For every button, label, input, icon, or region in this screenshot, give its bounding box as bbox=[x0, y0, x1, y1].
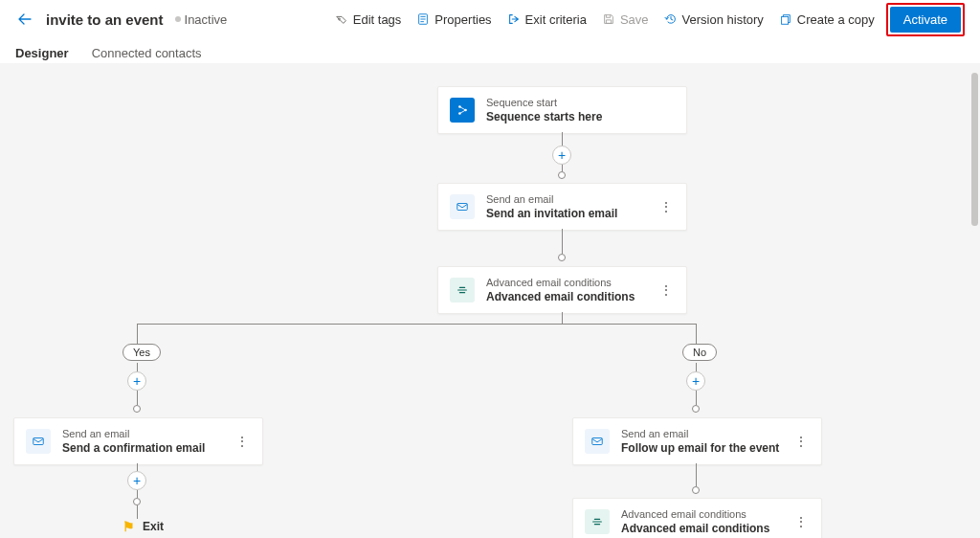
svg-rect-10 bbox=[592, 438, 603, 445]
connector-dot bbox=[558, 254, 566, 261]
node-more-button[interactable]: ⋮ bbox=[657, 282, 675, 298]
add-step-button[interactable]: + bbox=[686, 371, 705, 391]
save-label: Save bbox=[620, 12, 649, 27]
edit-tags-button[interactable]: Edit tags bbox=[327, 8, 410, 32]
status-indicator-icon bbox=[175, 16, 181, 22]
exit-label: Exit bbox=[143, 520, 164, 533]
add-step-button[interactable]: + bbox=[127, 471, 146, 490]
add-step-button[interactable]: + bbox=[127, 371, 146, 391]
node-type-label: Send an email bbox=[62, 428, 234, 439]
save-button: Save bbox=[594, 8, 657, 32]
node-type-label: Advanced email conditions bbox=[486, 277, 657, 288]
node-more-button[interactable]: ⋮ bbox=[234, 434, 251, 449]
node-more-button[interactable]: ⋮ bbox=[657, 199, 675, 214]
node-more-button[interactable]: ⋮ bbox=[792, 514, 810, 529]
node-title-label: Advanced email conditions bbox=[486, 290, 657, 303]
arrow-left-icon bbox=[17, 11, 33, 27]
edit-tags-label: Edit tags bbox=[353, 12, 402, 27]
node-title-label: Sequence starts here bbox=[486, 110, 675, 123]
node-sequence-start[interactable]: Sequence start Sequence starts here bbox=[437, 86, 687, 134]
node-type-label: Sequence start bbox=[486, 97, 675, 108]
branch-no: No bbox=[682, 344, 717, 361]
node-title-label: Send a confirmation email bbox=[62, 441, 234, 455]
save-icon bbox=[602, 12, 615, 26]
exit-criteria-label: Exit criteria bbox=[525, 12, 587, 27]
node-followup-email[interactable]: Send an email Follow up email for the ev… bbox=[572, 417, 822, 465]
svg-rect-8 bbox=[457, 204, 468, 211]
version-history-button[interactable]: Version history bbox=[657, 8, 771, 32]
connector-dot bbox=[133, 405, 141, 413]
create-copy-label: Create a copy bbox=[797, 12, 875, 27]
email-icon bbox=[585, 429, 610, 454]
properties-button[interactable]: Properties bbox=[409, 8, 499, 32]
history-icon bbox=[664, 12, 678, 26]
copy-icon bbox=[779, 12, 792, 26]
connector-dot bbox=[692, 486, 700, 494]
properties-icon bbox=[416, 12, 430, 26]
node-more-button[interactable]: ⋮ bbox=[792, 434, 810, 449]
exit-icon bbox=[507, 12, 521, 26]
tag-icon bbox=[335, 12, 348, 26]
flag-icon: ⚑ bbox=[122, 519, 135, 534]
branch-yes: Yes bbox=[122, 344, 161, 361]
activate-button[interactable]: Activate bbox=[890, 7, 961, 33]
conditions-icon bbox=[450, 278, 475, 303]
scrollbar-thumb[interactable] bbox=[971, 73, 978, 226]
exit-criteria-button[interactable]: Exit criteria bbox=[500, 8, 594, 32]
conditions-icon bbox=[585, 509, 610, 534]
header-bar: invite to an event Inactive Edit tags Pr… bbox=[0, 0, 980, 38]
node-title-label: Follow up email for the event bbox=[621, 441, 792, 455]
node-send-confirmation[interactable]: Send an email Send a confirmation email … bbox=[13, 417, 263, 465]
create-copy-button[interactable]: Create a copy bbox=[771, 8, 882, 32]
connector-dot bbox=[692, 405, 700, 413]
sequence-start-icon bbox=[450, 98, 475, 123]
connector-dot bbox=[133, 498, 141, 505]
connector-dot bbox=[558, 171, 566, 179]
add-step-button[interactable]: + bbox=[552, 146, 571, 165]
svg-rect-9 bbox=[33, 438, 44, 445]
page-title: invite to an event bbox=[46, 11, 164, 28]
node-advanced-conditions-2[interactable]: Advanced email conditions Advanced email… bbox=[572, 498, 822, 538]
node-advanced-conditions[interactable]: Advanced email conditions Advanced email… bbox=[437, 266, 687, 314]
version-history-label: Version history bbox=[682, 12, 764, 27]
back-button[interactable] bbox=[15, 10, 34, 29]
node-title-label: Send an invitation email bbox=[486, 207, 657, 220]
node-type-label: Advanced email conditions bbox=[621, 508, 792, 520]
email-icon bbox=[450, 194, 475, 219]
node-type-label: Send an email bbox=[486, 193, 657, 205]
email-icon bbox=[26, 429, 51, 454]
node-send-invitation[interactable]: Send an email Send an invitation email ⋮ bbox=[437, 183, 687, 231]
node-title-label: Advanced email conditions bbox=[621, 522, 792, 535]
exit-node[interactable]: ⚑ Exit bbox=[122, 519, 164, 534]
properties-label: Properties bbox=[434, 12, 491, 27]
status-text: Inactive bbox=[185, 12, 228, 27]
designer-canvas[interactable]: Sequence start Sequence starts here + Se… bbox=[0, 63, 980, 538]
scrollbar-track[interactable] bbox=[970, 73, 978, 528]
node-type-label: Send an email bbox=[621, 428, 792, 439]
svg-rect-4 bbox=[781, 16, 788, 24]
activate-highlight: Activate bbox=[886, 3, 965, 36]
